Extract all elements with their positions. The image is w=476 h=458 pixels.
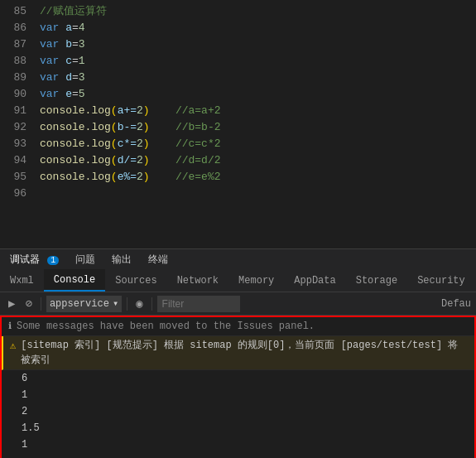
- tab-output[interactable]: 输出: [108, 253, 135, 267]
- debugger-bar: 调试器 1 问题 输出 终端: [0, 248, 476, 269]
- appservice-label: appservice: [50, 298, 109, 310]
- code-line: console.log(b-=2) //b=b-2: [33, 119, 476, 136]
- info-icon: ℹ: [8, 319, 12, 334]
- eye-icon[interactable]: ◉: [132, 295, 146, 312]
- code-line: var e=5: [33, 86, 476, 103]
- tab-appdata[interactable]: AppData: [284, 269, 345, 292]
- console-value-1: 6: [2, 370, 474, 387]
- code-line: var d=3: [33, 70, 476, 86]
- play-icon[interactable]: ▶: [5, 295, 18, 312]
- devtools-tabs: Wxml Console Sources Network Memory AppD…: [0, 269, 476, 292]
- code-line: console.log(e%=2) //e=e%2: [33, 169, 476, 186]
- code-content: //赋值运算符 var a=4 var b=3 var c=1 var d=3 …: [33, 0, 476, 248]
- code-line: var b=3: [33, 36, 476, 53]
- console-value-2: 1: [2, 387, 474, 403]
- console-message-text: Some messages have been moved to the Iss…: [17, 319, 315, 334]
- console-output-section: ℹ Some messages have been moved to the I…: [0, 316, 476, 458]
- console-value-4: 1.5: [2, 420, 474, 436]
- dropdown-icon: ▾: [113, 297, 118, 310]
- code-line: console.log(a+=2) //a=a+2: [33, 103, 476, 119]
- line-number: 93: [3, 136, 26, 152]
- line-number: 91: [3, 103, 26, 119]
- tab-issues[interactable]: 问题: [72, 253, 99, 267]
- code-line: var c=1: [33, 53, 476, 70]
- debugger-badge: 1: [47, 256, 59, 265]
- console-toolbar: ▶ ⊘ appservice ▾ ◉ Defau: [0, 292, 476, 316]
- tab-storage[interactable]: Storage: [346, 269, 407, 292]
- tab-console[interactable]: Console: [44, 269, 105, 292]
- clear-icon[interactable]: ⊘: [22, 295, 35, 312]
- console-message-warning: ⚠ [sitemap 索引] [规范提示] 根据 sitemap 的规则[0]，…: [2, 336, 474, 370]
- console-output: ℹ Some messages have been moved to the I…: [2, 317, 474, 458]
- tab-network[interactable]: Network: [167, 269, 228, 292]
- line-number: 85: [3, 3, 26, 20]
- code-editor: 85 86 87 88 89 90 91 92 93 94 95 96 //赋值…: [0, 0, 476, 248]
- line-number: 86: [3, 20, 26, 36]
- devtools-panel: Wxml Console Sources Network Memory AppD…: [0, 269, 476, 458]
- console-value-5: 1: [2, 436, 474, 453]
- tab-security[interactable]: Security: [407, 269, 475, 292]
- line-number: 88: [3, 53, 26, 70]
- toolbar-separator-2: [127, 297, 127, 311]
- tab-terminal[interactable]: 终端: [145, 253, 171, 267]
- console-value-3: 2: [2, 403, 474, 420]
- code-line: var a=4: [33, 20, 476, 36]
- filter-input[interactable]: [157, 296, 240, 312]
- line-number: 87: [3, 36, 26, 53]
- line-number: 94: [3, 152, 26, 169]
- default-label: Defau: [441, 298, 471, 310]
- code-line: console.log(d/=2) //d=d/2: [33, 152, 476, 169]
- line-number: 96: [3, 186, 26, 202]
- tab-wxml[interactable]: Wxml: [0, 269, 44, 292]
- console-warning-text: [sitemap 索引] [规范提示] 根据 sitemap 的规则[0]，当前…: [21, 338, 468, 368]
- tab-sources[interactable]: Sources: [105, 269, 166, 292]
- line-number: 92: [3, 119, 26, 136]
- line-number: 90: [3, 86, 26, 103]
- code-line: //赋值运算符: [33, 3, 476, 20]
- warning-icon: ⚠: [10, 339, 16, 354]
- tab-memory[interactable]: Memory: [228, 269, 284, 292]
- line-number: 89: [3, 70, 26, 86]
- code-line: [33, 186, 476, 202]
- tab-debugger[interactable]: 调试器 1: [7, 253, 62, 267]
- line-numbers: 85 86 87 88 89 90 91 92 93 94 95 96: [0, 0, 33, 248]
- line-number: 95: [3, 169, 26, 186]
- console-prompt[interactable]: >: [2, 453, 474, 458]
- toolbar-separator-3: [151, 297, 152, 311]
- toolbar-separator: [41, 297, 41, 311]
- code-line: console.log(c*=2) //c=c*2: [33, 136, 476, 152]
- console-message-info: ℹ Some messages have been moved to the I…: [2, 317, 474, 336]
- appservice-selector[interactable]: appservice ▾: [46, 296, 122, 312]
